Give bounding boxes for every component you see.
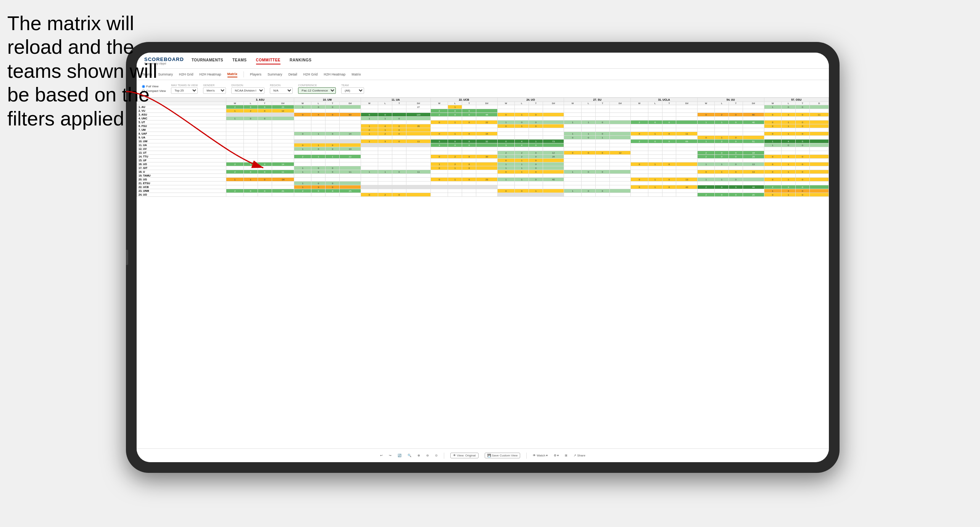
table-row: 6. FSU 14035 010 010	[137, 124, 829, 128]
matrix-table: 3. ASU 10. UW 11. UA 22. UCB 24. UO 27. …	[137, 98, 829, 197]
col-header-uu: 54. UU	[697, 98, 764, 102]
col-header-ucla: 31. UCLA	[631, 98, 698, 102]
app-wrapper: SCOREBOARD Powered by clippd TOURNAMENTS…	[137, 53, 829, 462]
filters-row: Full View Compact View Max teams in view…	[137, 80, 829, 98]
subnav-matrix[interactable]: Matrix	[227, 71, 238, 77]
tablet-frame: SCOREBOARD Powered by clippd TOURNAMENTS…	[126, 42, 840, 473]
table-row: 17. GIT 100 010 110	[137, 166, 829, 170]
save-custom-view-button[interactable]: 💾 Save Custom View	[485, 453, 521, 458]
team-label: Team	[341, 84, 364, 87]
max-teams-label: Max teams in view	[171, 84, 198, 87]
subnav-h2h-grid2[interactable]: H2H Grid	[303, 72, 318, 77]
region-label: Region	[270, 84, 293, 87]
zoom-in-button[interactable]: ⊕	[417, 454, 420, 457]
nav-teams[interactable]: TEAMS	[232, 56, 247, 64]
table-row: 7. UM 010	[137, 128, 829, 132]
subnav-h2h-heatmap[interactable]: H2H Heatmap	[200, 72, 221, 77]
table-row: 5. UT 01022 100 110 200 11040 010	[137, 121, 829, 124]
col-header-asu: 3. ASU	[226, 98, 294, 102]
col-header-uw: 10. UW	[294, 98, 361, 102]
table-row: 11. UA 010 300 340 100	[137, 143, 829, 147]
annotation-text: The matrix will reload and the teams sho…	[7, 11, 171, 130]
tablet-side-button	[126, 250, 128, 265]
max-teams-select[interactable]: Top 25	[171, 87, 198, 94]
division-filter: Division NCAA Division I	[231, 84, 264, 94]
table-row: 24. UO 020 20020 010	[137, 193, 829, 197]
table-row: 13. UT 22012 00012 20018	[137, 151, 829, 155]
app-header: SCOREBOARD Powered by clippd TOURNAMENTS…	[137, 53, 829, 69]
subnav-detail[interactable]: Detail	[289, 72, 297, 77]
table-row: 20. UG 110-34 01023 11040 01013 110 010	[137, 178, 829, 182]
matrix-scroll[interactable]: 3. ASU 10. UW 11. UA 22. UCB 24. UO 27. …	[137, 98, 829, 448]
team-filter: Team (All)	[341, 84, 364, 94]
table-row: 3. ASU 04090 50120 20048 010 02080 03011	[137, 113, 829, 117]
max-teams-filter: Max teams in view Top 25	[171, 84, 198, 94]
tablet-screen: SCOREBOARD Powered by clippd TOURNAMENTS…	[137, 53, 829, 462]
table-row: 1. AU 20023 100 27 1 100	[137, 105, 829, 109]
toolbar-separator-1	[444, 453, 444, 459]
table-row: 8. UAF 01014 120 01015 110 01011 010	[137, 132, 829, 136]
col-header-su: 27. SU	[564, 98, 631, 102]
table-row: 12. UV 10010	[137, 147, 829, 151]
zoom-reset-button[interactable]: ⊙	[435, 454, 438, 457]
table-row: 15. UF 010	[137, 159, 829, 162]
nav-rankings[interactable]: RANKINGS	[290, 56, 311, 64]
refresh-button[interactable]: 🔄	[398, 454, 401, 457]
sub-w-1: W	[226, 102, 243, 105]
table-row: 9. UA 001 010	[137, 136, 829, 140]
table-row: 4. UNC 100 110	[137, 117, 829, 121]
gender-select[interactable]: Men's	[203, 87, 226, 94]
toolbar-separator-2	[526, 453, 527, 459]
table-row: 19. TAMU	[137, 174, 829, 178]
col-header-ucb: 22. UCB	[430, 98, 497, 102]
col-header-ua: 11. UA	[361, 98, 430, 102]
col-header-osu: 57. OSU	[764, 98, 828, 102]
table-row: 10. UW 13011 30032 04173 20066 12051 145	[137, 140, 829, 143]
gender-filter: Gender Men's	[203, 84, 226, 94]
zoom-out-button[interactable]: ⊖	[426, 454, 429, 457]
search-button[interactable]: 🔍	[408, 454, 411, 457]
nav-tournaments[interactable]: TOURNAMENTS	[192, 56, 223, 64]
conference-filter: Conference Pac-12 Conference	[298, 84, 336, 94]
share-button[interactable]: ↗ Share	[574, 454, 585, 457]
subnav-h2h-grid[interactable]: H2H Grid	[179, 72, 193, 77]
table-row: 2. VU 12012 200	[137, 109, 829, 113]
region-select[interactable]: N/A	[270, 87, 293, 94]
subnav-summary2[interactable]: Summary	[268, 72, 282, 77]
subnav-matrix2[interactable]: Matrix	[351, 72, 361, 77]
subnav-h2h-heatmap2[interactable]: H2H Heatmap	[324, 72, 345, 77]
col-header-uo: 24. UO	[497, 98, 564, 102]
nav-links: TOURNAMENTS TEAMS COMMITTEE RANKINGS	[192, 56, 311, 64]
table-row: 23. UNM 20021 20025 001 100 140	[137, 189, 829, 193]
undo-button[interactable]: ↩	[380, 454, 383, 457]
table-row: 21. ETSU 100	[137, 182, 829, 185]
conference-label: Conference	[298, 84, 336, 87]
subnav-players[interactable]: Players	[250, 72, 261, 77]
redo-button[interactable]: ↪	[389, 454, 392, 457]
division-select[interactable]: NCAA Division I	[231, 87, 264, 94]
region-filter: Region N/A	[270, 84, 293, 94]
subnav-separator	[243, 71, 244, 77]
watch-button[interactable]: 👁 Watch ▾	[533, 454, 548, 457]
view-original-button[interactable]: 👁 View: Original	[450, 453, 478, 458]
grid-view-button[interactable]: ⊞	[565, 454, 567, 457]
table-row: 14. TTU 21122 02030 12028 20029 030	[137, 155, 829, 159]
nav-committee[interactable]: COMMITTEE	[256, 56, 281, 64]
table-row: 16. UO 21014 120 110 010 11013 010	[137, 162, 829, 166]
gender-label: Gender	[203, 84, 226, 87]
bottom-toolbar: ↩ ↪ 🔄 🔍 ⊕ ⊖ ⊙ 👁 View: Original 💾 Save Cu…	[137, 448, 829, 462]
table-row: 18. U 20011 10011 11011 010 100 01013 01…	[137, 170, 829, 174]
sub-nav: Teams Summary H2H Grid H2H Heatmap Matri…	[137, 69, 829, 80]
conference-select[interactable]: Pac-12 Conference	[298, 87, 336, 94]
table-row: 22. UCB 130 01040 20344 230	[137, 185, 829, 189]
team-select[interactable]: (All)	[341, 87, 364, 94]
division-label: Division	[231, 84, 264, 87]
share-options-button[interactable]: ⚙ ▾	[554, 454, 559, 457]
